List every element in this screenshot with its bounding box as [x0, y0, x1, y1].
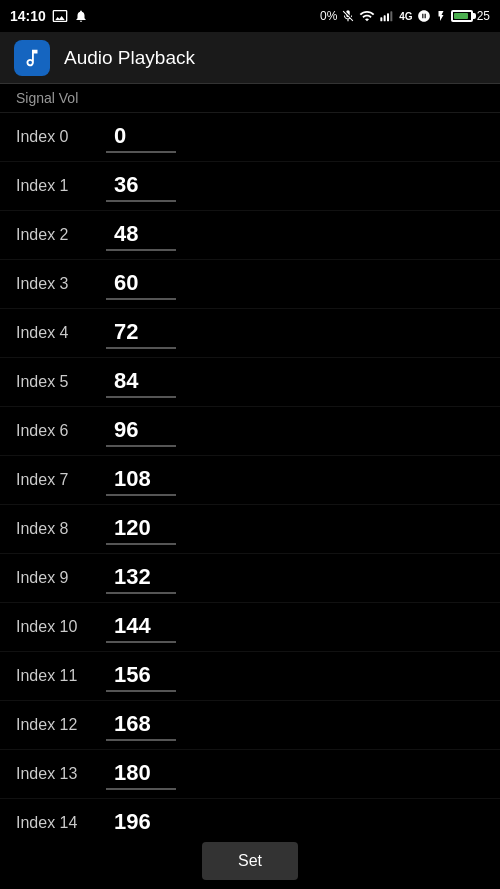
- network-type: 4G: [399, 11, 412, 22]
- set-button[interactable]: Set: [202, 842, 298, 880]
- status-right: 0% 4G 25: [320, 8, 490, 24]
- index-value[interactable]: 108: [106, 464, 176, 496]
- index-label: Index 13: [16, 765, 106, 783]
- index-value[interactable]: 168: [106, 709, 176, 741]
- index-label: Index 4: [16, 324, 106, 342]
- app-header: Audio Playback: [0, 32, 500, 84]
- app-icon: [14, 40, 50, 76]
- index-value[interactable]: 156: [106, 660, 176, 692]
- index-label: Index 8: [16, 520, 106, 538]
- index-label: Index 14: [16, 814, 106, 832]
- svg-rect-0: [381, 17, 383, 21]
- index-row: Index 696: [0, 407, 500, 456]
- signal-label: 0%: [320, 9, 337, 23]
- battery-percent: 25: [477, 9, 490, 23]
- svg-rect-3: [391, 11, 393, 21]
- index-label: Index 2: [16, 226, 106, 244]
- index-value[interactable]: 60: [106, 268, 176, 300]
- battery-icon: [451, 10, 473, 22]
- bottom-bar: Set: [0, 833, 500, 889]
- svg-rect-1: [384, 15, 386, 21]
- index-row: Index 360: [0, 260, 500, 309]
- partial-label: Signal Vol: [16, 90, 78, 106]
- index-row: Index 7108: [0, 456, 500, 505]
- index-label: Index 7: [16, 471, 106, 489]
- index-label: Index 3: [16, 275, 106, 293]
- index-value[interactable]: 48: [106, 219, 176, 251]
- index-value[interactable]: 84: [106, 366, 176, 398]
- notification-icon: [74, 9, 88, 23]
- index-label: Index 12: [16, 716, 106, 734]
- index-row: Index 248: [0, 211, 500, 260]
- index-label: Index 10: [16, 618, 106, 636]
- status-bar: 14:10 0% 4G 25: [0, 0, 500, 32]
- index-list: Index 00Index 136Index 248Index 360Index…: [0, 113, 500, 889]
- time-display: 14:10: [10, 8, 46, 24]
- index-label: Index 9: [16, 569, 106, 587]
- charging-icon: [435, 10, 447, 22]
- index-label: Index 6: [16, 422, 106, 440]
- index-row: Index 9132: [0, 554, 500, 603]
- index-row: Index 00: [0, 113, 500, 162]
- index-value[interactable]: 144: [106, 611, 176, 643]
- index-value[interactable]: 132: [106, 562, 176, 594]
- index-value[interactable]: 96: [106, 415, 176, 447]
- index-value[interactable]: 0: [106, 121, 176, 153]
- svg-rect-2: [387, 13, 389, 21]
- index-row: Index 13180: [0, 750, 500, 799]
- signal-icon: [379, 8, 395, 24]
- index-label: Index 11: [16, 667, 106, 685]
- index-value[interactable]: 72: [106, 317, 176, 349]
- index-row: Index 11156: [0, 652, 500, 701]
- index-label: Index 5: [16, 373, 106, 391]
- index-row: Index 584: [0, 358, 500, 407]
- index-value[interactable]: 120: [106, 513, 176, 545]
- index-row: Index 10144: [0, 603, 500, 652]
- content-area[interactable]: Signal Vol Index 00Index 136Index 248Ind…: [0, 84, 500, 889]
- audio-icon: [21, 47, 43, 69]
- index-row: Index 136: [0, 162, 500, 211]
- photo-icon: [52, 8, 68, 24]
- index-row: Index 12168: [0, 701, 500, 750]
- index-row: Index 8120: [0, 505, 500, 554]
- partial-header-row: Signal Vol: [0, 84, 500, 113]
- index-value[interactable]: 180: [106, 758, 176, 790]
- index-label: Index 1: [16, 177, 106, 195]
- mic-mute-icon: [341, 9, 355, 23]
- index-value[interactable]: 36: [106, 170, 176, 202]
- index-row: Index 472: [0, 309, 500, 358]
- index-label: Index 0: [16, 128, 106, 146]
- wifi-icon: [359, 8, 375, 24]
- app-title: Audio Playback: [64, 47, 195, 69]
- status-time: 14:10: [10, 8, 88, 24]
- data-icon: [417, 9, 431, 23]
